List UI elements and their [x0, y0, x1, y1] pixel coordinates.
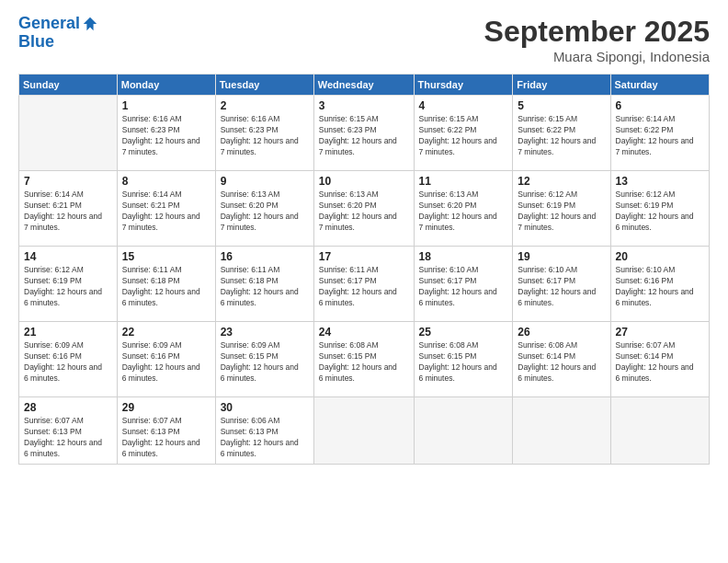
day-number: 24	[319, 326, 409, 339]
sunrise-text: Sunrise: 6:11 AM	[122, 265, 210, 276]
day-info: Sunrise: 6:08 AMSunset: 6:15 PMDaylight:…	[319, 340, 409, 385]
daylight-text: Daylight: 12 hours and	[122, 362, 210, 373]
title-block: September 2025 Muara Sipongi, Indonesia	[484, 15, 710, 64]
sunrise-text: Sunrise: 6:16 AM	[122, 114, 210, 125]
daylight-text-2: 7 minutes.	[419, 147, 508, 158]
sunrise-text: Sunrise: 6:08 AM	[319, 340, 409, 351]
day-number: 1	[122, 99, 210, 112]
daylight-text: Daylight: 12 hours and	[122, 212, 210, 223]
header-sunday: Sunday	[19, 75, 118, 96]
table-row: 16Sunrise: 6:11 AMSunset: 6:18 PMDayligh…	[215, 247, 313, 322]
sunset-text: Sunset: 6:23 PM	[221, 125, 309, 136]
daylight-text-2: 6 minutes.	[616, 298, 704, 309]
sunrise-text: Sunrise: 6:14 AM	[616, 114, 704, 125]
sunset-text: Sunset: 6:13 PM	[221, 427, 309, 438]
table-row	[414, 397, 513, 465]
header-friday: Friday	[513, 75, 610, 96]
daylight-text-2: 6 minutes.	[419, 373, 508, 385]
logo-text: General	[18, 15, 80, 33]
daylight-text-2: 7 minutes.	[221, 223, 309, 234]
table-row: 13Sunrise: 6:12 AMSunset: 6:19 PMDayligh…	[610, 171, 709, 247]
sunset-text: Sunset: 6:19 PM	[616, 201, 704, 212]
header-saturday: Saturday	[610, 75, 709, 96]
daylight-text: Daylight: 12 hours and	[221, 136, 309, 147]
day-number: 3	[319, 99, 409, 112]
daylight-text-2: 7 minutes.	[122, 147, 210, 158]
sunset-text: Sunset: 6:15 PM	[221, 351, 309, 362]
day-info: Sunrise: 6:16 AMSunset: 6:23 PMDaylight:…	[221, 114, 309, 158]
table-row: 7Sunrise: 6:14 AMSunset: 6:21 PMDaylight…	[19, 171, 118, 247]
day-info: Sunrise: 6:09 AMSunset: 6:16 PMDaylight:…	[24, 340, 112, 385]
day-info: Sunrise: 6:09 AMSunset: 6:15 PMDaylight:…	[221, 340, 309, 385]
table-row: 17Sunrise: 6:11 AMSunset: 6:17 PMDayligh…	[313, 247, 414, 322]
sunset-text: Sunset: 6:21 PM	[122, 201, 210, 212]
day-number: 19	[518, 250, 605, 263]
day-info: Sunrise: 6:13 AMSunset: 6:20 PMDaylight:…	[221, 190, 309, 234]
sunset-text: Sunset: 6:19 PM	[24, 276, 112, 287]
table-row	[610, 397, 709, 465]
day-info: Sunrise: 6:08 AMSunset: 6:14 PMDaylight:…	[518, 340, 605, 385]
day-number: 18	[419, 250, 508, 263]
daylight-text: Daylight: 12 hours and	[319, 362, 409, 373]
sunrise-text: Sunrise: 6:07 AM	[122, 416, 210, 427]
sunrise-text: Sunrise: 6:15 AM	[419, 114, 508, 125]
daylight-text: Daylight: 12 hours and	[24, 287, 112, 298]
sunrise-text: Sunrise: 6:12 AM	[24, 265, 112, 276]
day-info: Sunrise: 6:14 AMSunset: 6:21 PMDaylight:…	[122, 190, 210, 234]
daylight-text-2: 6 minutes.	[319, 373, 409, 385]
sunset-text: Sunset: 6:16 PM	[616, 276, 704, 287]
sunset-text: Sunset: 6:23 PM	[319, 125, 409, 136]
day-number: 23	[221, 326, 309, 339]
table-row: 11Sunrise: 6:13 AMSunset: 6:20 PMDayligh…	[414, 171, 513, 247]
sunrise-text: Sunrise: 6:09 AM	[24, 340, 112, 351]
day-info: Sunrise: 6:14 AMSunset: 6:22 PMDaylight:…	[616, 114, 704, 158]
header: General Blue September 2025 Muara Sipong…	[18, 15, 710, 64]
table-row: 10Sunrise: 6:13 AMSunset: 6:20 PMDayligh…	[313, 171, 414, 247]
day-info: Sunrise: 6:11 AMSunset: 6:17 PMDaylight:…	[319, 265, 409, 309]
sunrise-text: Sunrise: 6:13 AM	[319, 190, 409, 201]
daylight-text: Daylight: 12 hours and	[419, 287, 508, 298]
daylight-text: Daylight: 12 hours and	[122, 438, 210, 449]
day-number: 30	[221, 401, 309, 414]
table-row: 4Sunrise: 6:15 AMSunset: 6:22 PMDaylight…	[414, 96, 513, 171]
sunrise-text: Sunrise: 6:07 AM	[616, 340, 704, 351]
daylight-text-2: 7 minutes.	[518, 223, 605, 234]
day-info: Sunrise: 6:15 AMSunset: 6:22 PMDaylight:…	[518, 114, 605, 158]
day-info: Sunrise: 6:15 AMSunset: 6:23 PMDaylight:…	[319, 114, 409, 158]
day-info: Sunrise: 6:09 AMSunset: 6:16 PMDaylight:…	[122, 340, 210, 385]
header-wednesday: Wednesday	[313, 75, 414, 96]
table-row: 24Sunrise: 6:08 AMSunset: 6:15 PMDayligh…	[313, 322, 414, 397]
day-number: 4	[419, 99, 508, 112]
sunrise-text: Sunrise: 6:10 AM	[616, 265, 704, 276]
sunrise-text: Sunrise: 6:10 AM	[419, 265, 508, 276]
day-info: Sunrise: 6:12 AMSunset: 6:19 PMDaylight:…	[24, 265, 112, 309]
day-info: Sunrise: 6:10 AMSunset: 6:17 PMDaylight:…	[419, 265, 508, 309]
sunset-text: Sunset: 6:21 PM	[24, 201, 112, 212]
table-row: 12Sunrise: 6:12 AMSunset: 6:19 PMDayligh…	[513, 171, 610, 247]
daylight-text: Daylight: 12 hours and	[419, 212, 508, 223]
location: Muara Sipongi, Indonesia	[484, 49, 710, 64]
sunset-text: Sunset: 6:18 PM	[122, 276, 210, 287]
day-info: Sunrise: 6:07 AMSunset: 6:13 PMDaylight:…	[122, 416, 210, 460]
sunrise-text: Sunrise: 6:16 AM	[221, 114, 309, 125]
daylight-text-2: 6 minutes.	[616, 223, 704, 234]
table-row: 8Sunrise: 6:14 AMSunset: 6:21 PMDaylight…	[117, 171, 215, 247]
daylight-text-2: 6 minutes.	[616, 373, 704, 385]
day-info: Sunrise: 6:07 AMSunset: 6:13 PMDaylight:…	[24, 416, 112, 460]
daylight-text-2: 7 minutes.	[419, 223, 508, 234]
sunrise-text: Sunrise: 6:15 AM	[518, 114, 605, 125]
sunrise-text: Sunrise: 6:14 AM	[122, 190, 210, 201]
sunset-text: Sunset: 6:14 PM	[616, 351, 704, 362]
day-info: Sunrise: 6:13 AMSunset: 6:20 PMDaylight:…	[419, 190, 508, 234]
logo-blue: Blue	[18, 33, 98, 52]
day-info: Sunrise: 6:12 AMSunset: 6:19 PMDaylight:…	[616, 190, 704, 234]
day-number: 20	[616, 250, 704, 263]
day-number: 9	[221, 175, 309, 188]
day-info: Sunrise: 6:10 AMSunset: 6:17 PMDaylight:…	[518, 265, 605, 309]
sunset-text: Sunset: 6:22 PM	[518, 125, 605, 136]
sunset-text: Sunset: 6:20 PM	[221, 201, 309, 212]
sunrise-text: Sunrise: 6:08 AM	[419, 340, 508, 351]
sunrise-text: Sunrise: 6:07 AM	[24, 416, 112, 427]
daylight-text: Daylight: 12 hours and	[24, 438, 112, 449]
daylight-text: Daylight: 12 hours and	[616, 136, 704, 147]
